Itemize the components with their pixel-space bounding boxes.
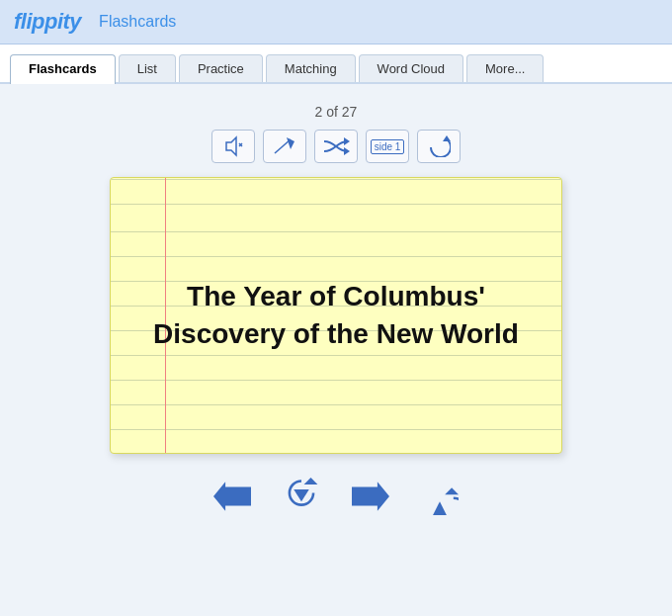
side-button[interactable]: side 1 bbox=[366, 130, 409, 163]
flip-up-button[interactable] bbox=[417, 474, 462, 519]
next-button[interactable] bbox=[348, 474, 393, 519]
flip-up-icon bbox=[421, 478, 459, 515]
svg-marker-12 bbox=[433, 501, 447, 515]
tab-matching[interactable]: Matching bbox=[266, 54, 356, 82]
shuffle-button[interactable] bbox=[314, 130, 358, 163]
mute-icon bbox=[222, 135, 244, 157]
svg-marker-8 bbox=[213, 482, 251, 510]
prev-icon bbox=[213, 478, 251, 515]
next-icon bbox=[352, 478, 389, 515]
svg-marker-6 bbox=[344, 137, 350, 145]
card-counter: 2 of 27 bbox=[315, 104, 358, 120]
shuffle-icon bbox=[322, 135, 350, 157]
flashcard[interactable]: The Year of Columbus' Discovery of the N… bbox=[110, 177, 562, 454]
svg-marker-4 bbox=[287, 137, 294, 149]
flip-button[interactable] bbox=[417, 130, 461, 163]
tab-word-cloud[interactable]: Word Cloud bbox=[359, 54, 463, 82]
header-title: Flashcards bbox=[99, 13, 176, 31]
autoplay-icon bbox=[273, 135, 296, 157]
svg-marker-5 bbox=[344, 147, 350, 155]
prev-button[interactable] bbox=[210, 474, 255, 519]
controls-row: side 1 bbox=[211, 130, 461, 163]
flip-down-button[interactable] bbox=[279, 474, 324, 519]
svg-marker-0 bbox=[226, 137, 236, 155]
svg-marker-7 bbox=[443, 135, 451, 141]
side-label: side 1 bbox=[371, 139, 405, 154]
mute-button[interactable] bbox=[211, 130, 255, 163]
header: flippity Flashcards bbox=[0, 0, 672, 44]
svg-marker-10 bbox=[304, 478, 318, 484]
flip-icon bbox=[427, 135, 451, 157]
svg-marker-9 bbox=[294, 489, 309, 501]
main-content: 2 of 27 bbox=[0, 84, 672, 616]
nav-tabs: Flashcards List Practice Matching Word C… bbox=[0, 44, 672, 84]
autoplay-button[interactable] bbox=[263, 130, 306, 163]
tab-practice[interactable]: Practice bbox=[179, 54, 263, 82]
nav-row bbox=[210, 474, 462, 519]
tab-list[interactable]: List bbox=[119, 54, 176, 82]
flashcard-text: The Year of Columbus' Discovery of the N… bbox=[138, 278, 534, 353]
logo[interactable]: flippity bbox=[14, 9, 81, 35]
tab-more[interactable]: More... bbox=[466, 54, 544, 82]
svg-marker-13 bbox=[445, 487, 459, 494]
flip-down-icon bbox=[283, 478, 320, 515]
svg-marker-11 bbox=[352, 482, 389, 510]
tab-flashcards[interactable]: Flashcards bbox=[10, 54, 116, 84]
